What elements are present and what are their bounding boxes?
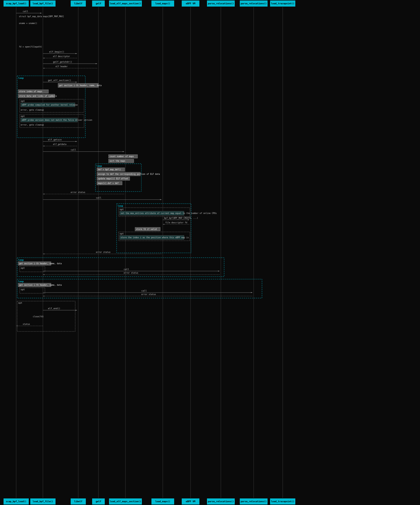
svg-text:get section i-th header, name,: get section i-th header, name, data xyxy=(19,262,62,265)
svg-text:opt: opt xyxy=(18,302,22,304)
participant-ebpf-vm-bottom: eBPF VM xyxy=(182,498,199,504)
svg-text:sort the maps: sort the maps xyxy=(110,160,125,162)
svg-text:status: status xyxy=(23,323,30,325)
svg-text:call: call xyxy=(96,197,101,199)
svg-text:close(fd): close(fd) xyxy=(33,316,44,318)
svg-rect-36 xyxy=(21,103,75,107)
svg-text:elf header: elf header xyxy=(56,65,68,68)
svg-text:count number of maps: count number of maps xyxy=(110,155,134,158)
svg-text:get section i-th header, name,: get section i-th header, name, data xyxy=(19,284,62,286)
svg-text:store the index i as the posit: store the index i as the position where … xyxy=(121,236,189,239)
svg-rect-41 xyxy=(21,118,77,122)
participant-gelf-bottom: gelf xyxy=(92,498,105,504)
svg-rect-32 xyxy=(18,94,55,98)
participant-load-elf-maps-bottom: load_elf_maps_section() xyxy=(109,498,142,504)
svg-rect-78 xyxy=(135,227,160,231)
svg-text:set the max_entries attribute : set the max_entries attribute of current… xyxy=(121,212,217,214)
participant-load-bpf-file-bottom: load_bpf_file() xyxy=(30,498,56,504)
svg-rect-34 xyxy=(20,99,84,112)
svg-rect-72 xyxy=(120,211,184,215)
participant-parse-rel2-bottom: parse_relocations() xyxy=(240,498,268,504)
svg-text:opt: opt xyxy=(120,208,124,211)
svg-text:get section i-th header, name,: get section i-th header, name, data xyxy=(59,84,102,87)
svg-text:call: call xyxy=(124,268,129,271)
svg-text:error, goto cleanup: error, goto cleanup xyxy=(21,109,44,111)
svg-text:opt: opt xyxy=(21,288,25,291)
svg-text:def = bpf_map_def(): def = bpf_map_def() xyxy=(98,169,121,171)
participant-libelf-bottom: libelf xyxy=(71,498,86,504)
participants-bottom: scap_bpf_load() load_bpf_file() libelf g… xyxy=(0,498,420,505)
participant-load-maps-bottom: load_maps() xyxy=(151,498,174,504)
svg-text:file descriptor fd: file descriptor fd xyxy=(165,222,187,224)
participant-parse-rel2-top: parse_relocations() xyxy=(240,1,268,7)
svg-rect-106 xyxy=(17,301,75,331)
participant-parse-rel1-top: parse_relocations() xyxy=(207,1,235,7)
svg-text:call: call xyxy=(141,290,147,292)
participant-load-tracepoint-bottom: load_tracepoint() xyxy=(270,498,295,504)
participant-scap-bpf-load-top: scap_bpf_load() xyxy=(4,1,29,7)
svg-text:elf_getscn: elf_getscn xyxy=(48,138,62,141)
participants-top: scap_bpf_load() load_bpf_file() libelf g… xyxy=(0,0,420,7)
svg-text:assign to def the correspondin: assign to def the corresponding portion … xyxy=(98,173,160,175)
svg-rect-62 xyxy=(97,181,122,185)
diagram-container: call struct bpf_map_data maps[BPF_MAP_MA… xyxy=(0,0,420,505)
svg-text:loop: loop xyxy=(96,165,102,167)
svg-text:eBPF probe compiled for anothe: eBPF probe compiled for another kernel r… xyxy=(22,104,78,106)
svg-rect-68 xyxy=(117,204,191,253)
svg-rect-70 xyxy=(119,208,190,217)
svg-text:elf_end(): elf_end() xyxy=(48,307,60,310)
participant-load-maps-top: load_maps() xyxy=(151,1,174,7)
svg-text:loop: loop xyxy=(18,77,24,79)
svg-text:elf_begin(): elf_begin() xyxy=(49,51,64,53)
svg-rect-54 xyxy=(95,164,141,191)
svg-rect-60 xyxy=(97,177,130,180)
participant-libelf-top: libelf xyxy=(71,1,86,7)
svg-rect-56 xyxy=(97,168,125,171)
participant-gelf-top: gelf xyxy=(92,1,105,7)
svg-text:loop: loop xyxy=(118,205,123,207)
svg-text:opt: opt xyxy=(21,100,25,102)
svg-rect-80 xyxy=(119,232,190,241)
svg-rect-58 xyxy=(97,172,140,176)
participant-load-tracepoint-top: load_tracepoint() xyxy=(270,1,295,7)
svg-text:bpf_bpf(BPF_MAP_CREATE, ...): bpf_bpf(BPF_MAP_CREATE, ...) xyxy=(164,217,198,219)
svg-text:struct bpf_map_data maps[BPF_M: struct bpf_map_data maps[BPF_MAP_MAX] xyxy=(19,15,64,18)
svg-text:error status: error status xyxy=(124,272,138,274)
svg-rect-26 xyxy=(17,76,85,138)
sequence-arrows: call struct bpf_map_data maps[BPF_MAP_MA… xyxy=(0,0,420,505)
svg-rect-86 xyxy=(17,258,224,277)
participant-ebpf-vm-top: eBPF VM xyxy=(182,1,199,7)
svg-rect-113 xyxy=(58,83,98,87)
svg-rect-98 xyxy=(18,283,51,287)
svg-text:call: call xyxy=(71,149,76,151)
svg-rect-50 xyxy=(109,155,138,158)
svg-text:error status: error status xyxy=(141,293,156,296)
svg-text:loop: loop xyxy=(18,280,24,283)
svg-text:store data and links of symbol: store data and links of symbols xyxy=(19,95,57,97)
svg-text:store index of maps: store index of maps xyxy=(19,90,42,93)
svg-text:store fd if valid: store fd if valid xyxy=(136,228,157,230)
participant-parse-rel1-bottom: parse_relocations() xyxy=(207,498,235,504)
svg-text:uname = uname(): uname = uname() xyxy=(19,22,37,25)
svg-rect-96 xyxy=(17,279,262,298)
participant-load-elf-maps-top: load_elf_maps_section() xyxy=(109,1,142,7)
svg-rect-82 xyxy=(120,235,184,239)
svg-text:error status: error status xyxy=(71,191,85,194)
svg-text:opt: opt xyxy=(120,232,124,235)
svg-text:opt: opt xyxy=(21,115,25,117)
participant-load-bpf-file-top: load_bpf_file() xyxy=(30,1,56,7)
svg-text:update maps[i] ELF offset: update maps[i] ELF offset xyxy=(98,178,128,180)
svg-text:gelf_getshdr(): gelf_getshdr() xyxy=(53,61,72,63)
svg-rect-52 xyxy=(109,159,134,163)
participant-scap-bpf-load-bottom: scap_bpf_load() xyxy=(4,498,29,504)
svg-rect-88 xyxy=(18,262,51,265)
svg-text:opt: opt xyxy=(21,267,25,269)
svg-text:elf descriptor: elf descriptor xyxy=(53,55,70,58)
svg-rect-39 xyxy=(20,114,84,128)
svg-text:error status: error status xyxy=(96,251,111,253)
svg-text:error, goto cleanup: error, goto cleanup xyxy=(21,124,44,126)
svg-text:elf_getdata: elf_getdata xyxy=(53,143,66,146)
svg-rect-90 xyxy=(20,266,45,272)
svg-rect-100 xyxy=(20,288,45,293)
svg-text:get_elf_section(): get_elf_section() xyxy=(48,79,71,82)
